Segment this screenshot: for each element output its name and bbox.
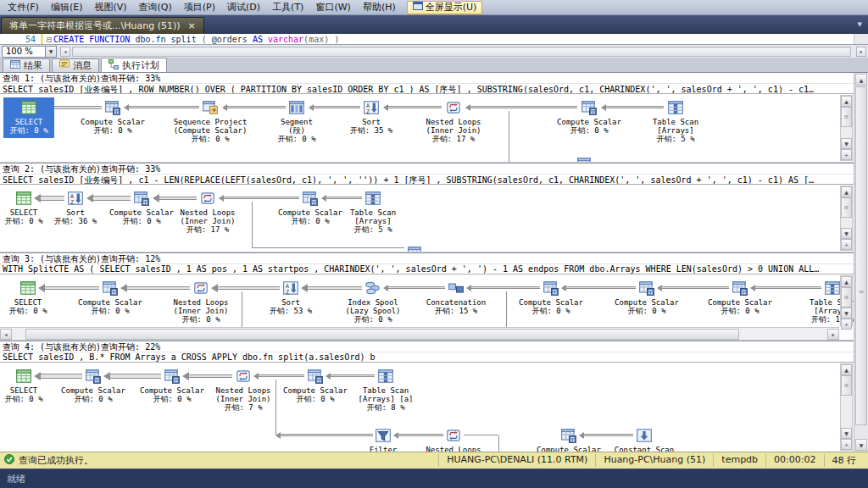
tab-node[interactable]: 消息 [52,58,99,72]
fullscreen-button[interactable]: 全屏显示(U) [407,1,483,14]
menu-item-3[interactable]: 视图(V) [88,1,132,14]
menu-item-6[interactable]: 调试(D) [221,1,266,14]
concatenation-icon [409,280,503,297]
sql-code-text: CREATE FUNCTION dbo.fn_split ( @orders A… [53,35,339,44]
plan-node-compute-scalar[interactable]: Compute Scalar开销: 0 % [64,280,157,315]
query-header: 查询 1: (与该批有关的)查询开销: 33% [0,73,854,84]
plan-panel-vscrollbar[interactable]: ▲≡▼+ [840,363,853,451]
scroll-down-icon[interactable]: ▼ [841,138,852,149]
plan-node-label: Compute Scalar [600,298,693,307]
editor-vscrollbar[interactable] [854,34,868,44]
plan-node-nested-loops[interactable]: Nested Loops [407,427,500,452]
ready-status: 就绪 [7,473,25,485]
scroll-right-icon[interactable]: ▸ [827,329,839,340]
zoom-value: 100 % [2,46,46,58]
menu-item-1[interactable]: 文件(F) [2,1,45,14]
tab-node[interactable]: 执行计划 [101,58,167,72]
plan-node-nested-loops[interactable]: Nested Loops(Inner Join)开销: 17 % [407,99,500,143]
code-token: ( [197,35,212,44]
plan-node-sort[interactable]: AZSort开销: 53 % [244,280,337,315]
plan-pane-vscrollbar[interactable]: ▲ ≡ ▼ [854,73,868,452]
plan-panel-vscrollbar[interactable]: ▲≡▼+ [840,186,853,251]
editor-code-line[interactable]: 54 ⊟ CREATE FUNCTION dbo.fn_split ( @ord… [0,34,868,44]
messages-icon [59,59,70,72]
compute-scalar-icon [576,156,593,162]
menu-item-7[interactable]: 工具(T) [266,1,309,14]
scrollbar-thumb[interactable]: ≡ [841,107,852,127]
plan-node-label: Constant Scan [598,446,691,452]
status-item-4: 00:00:02 [765,454,823,467]
code-token: @orders [212,35,253,44]
scroll-up-icon[interactable]: ▲ [841,96,852,107]
menu-item-9[interactable]: 帮助(H) [357,1,402,14]
scroll-down-icon[interactable]: ▼ [841,308,852,319]
plan-pane-scrollbar-thumb[interactable]: ≡ [855,86,867,425]
plan-node-compute-scalar[interactable]: Compute Scalar开销: 0 % [504,280,598,315]
plan-node-label: (Inner Join) [154,307,248,315]
plan-node-select[interactable]: SELECT开销: 0 % [0,99,75,135]
scroll-left-icon[interactable]: ◂ [0,329,12,340]
tab-node[interactable]: 结果 [3,58,50,72]
editor-hscrollbar-thumb[interactable] [74,48,849,55]
scroll-up-icon[interactable]: ▲ [841,276,852,287]
menu-item-8[interactable]: 窗口(W) [309,1,356,14]
zoom-plus-button[interactable]: + [841,319,852,330]
scroll-up-icon[interactable]: ▲ [841,364,852,375]
plan-node-compute-scalar[interactable]: Compute Scalar开销: 0 % [600,280,693,315]
scrollbar-thumb[interactable]: ≡ [841,375,852,396]
svg-text:Z: Z [366,108,370,115]
plan-node-table-scan[interactable]: Table Scan[Arrays] [a]开销: 8 % [339,368,432,412]
plan-node-sequence-project[interactable]: Sequence Project(Compute Scalar)开销: 0 % [164,99,257,143]
scroll-up-icon[interactable]: ▲ [855,74,867,86]
code-token: dbo.fn_split [135,35,196,44]
plan-node-table-scan[interactable]: Table Scan[Arrays]开销: 5 % [326,190,420,234]
menu-item-5[interactable]: 项目(P) [178,1,221,14]
plan-node-concatenation[interactable]: Concatenation开销: 15 % [409,280,503,315]
scrollbar-thumb[interactable]: ≡ [841,197,852,218]
plan-node-nested-loops[interactable]: Nested Loops(Inner Join)开销: 0 % [154,280,248,324]
menu-item-4[interactable]: 查询(Q) [133,1,178,14]
editor-hscrollbar[interactable] [72,47,851,57]
scrollbar-thumb[interactable]: ≡ [841,287,852,308]
hscroll-left-icon[interactable]: ◂ [60,47,70,57]
plan-sections: 查询 1: (与该批有关的)查询开销: 33%SELECT salesID [业… [0,73,854,452]
hscroll-right-icon[interactable]: ▸ [856,47,866,57]
compute-scalar-icon [693,280,787,297]
plan-panel-hscrollbar[interactable]: ◂▸ [0,327,839,340]
table-scan-icon [339,368,432,385]
plan-node-label: 开销: 0 % [154,315,248,324]
plan-node-nested-loops[interactable]: Nested Loops(Inner Join)开销: 17 % [161,190,254,234]
zoom-plus-button[interactable]: + [841,149,852,160]
code-token: ) [329,35,339,44]
zoom-plus-button[interactable]: + [841,439,852,450]
plan-node-sort[interactable]: AZSort开销: 35 % [325,99,418,135]
query-header: 查询 2: (与该批有关的)查询开销: 33% [0,164,854,175]
plan-node-label: Nested Loops [407,446,500,452]
sort-icon: AZ [325,99,418,116]
zoom-plus-button[interactable]: + [841,239,852,250]
plan-node-index-spool[interactable]: Index Spool(Lazy Spool)开销: 0 % [326,280,420,324]
plan-panel-vscrollbar[interactable]: ▲≡▼+ [840,275,853,326]
menu-item-2[interactable]: 编辑(E) [45,1,89,14]
plan-node-compute-scalar[interactable]: Compute Scalar开销: 0 % [693,280,787,315]
scrollbar-thumb[interactable] [25,329,739,340]
zoom-combo[interactable]: 100 % ▼ [2,46,57,58]
scroll-down-icon[interactable]: ▼ [855,439,867,451]
code-collapse-icon[interactable]: ⊟ [47,35,52,44]
plan-panel-vscrollbar[interactable]: ▲≡▼+ [840,95,853,161]
close-tab-icon[interactable]: × [188,22,196,30]
zoom-dropdown-icon[interactable]: ▼ [46,46,57,58]
svg-text:Z: Z [70,199,74,206]
plan-node-label: 开销: 17 % [407,135,500,143]
status-item-2: Huang-PC\Huang (51) [595,454,713,467]
plan-node-compute-scalar[interactable]: Compute Scalar开销: 0 % [542,99,636,135]
document-tab[interactable]: 将单一字符串根据逗号或...\Huang (51)) × [1,17,204,34]
plan-node-constant-scan[interactable]: Constant Scan [598,427,691,452]
scroll-down-icon[interactable]: ▼ [841,428,852,439]
plan-node-table-scan[interactable]: Table Scan[Arrays]开销: 5 % [629,99,722,143]
tab-label: 执行计划 [122,59,159,72]
plan-node-compute-scalar[interactable]: Compute Scalar开销: 0 % [66,99,159,135]
tab-list-dropdown-icon[interactable]: ▼ [858,21,862,28]
scroll-up-icon[interactable]: ▲ [841,186,852,197]
scroll-down-icon[interactable]: ▼ [841,228,852,239]
